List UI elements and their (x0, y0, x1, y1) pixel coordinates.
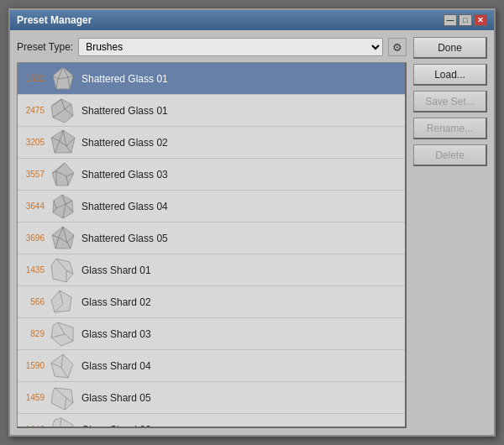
preset-list-container: 1522Shattered Glass 012475Shattered Glas… (17, 62, 407, 428)
item-number: 829 (18, 329, 48, 339)
item-label: Glass Shard 03 (78, 328, 402, 340)
title-bar-buttons: — □ ✕ (444, 14, 487, 26)
gear-button[interactable]: ⚙ (388, 38, 407, 56)
item-icon (48, 160, 78, 189)
list-item[interactable]: 3696Shattered Glass 05 (18, 222, 405, 254)
preset-type-row: Preset Type: Brushes Swatches Gradients … (17, 37, 407, 57)
window-body: Preset Type: Brushes Swatches Gradients … (10, 30, 494, 435)
item-label: Shattered Glass 03 (78, 169, 402, 181)
preset-type-select[interactable]: Brushes Swatches Gradients Styles Patter… (78, 38, 383, 56)
list-item[interactable]: 829Glass Shard 03 (18, 318, 405, 350)
done-button[interactable]: Done (413, 37, 487, 59)
preset-type-select-wrapper: Brushes Swatches Gradients Styles Patter… (78, 38, 383, 56)
item-label: Glass Shard 01 (78, 264, 402, 276)
left-panel: Preset Type: Brushes Swatches Gradients … (17, 37, 407, 428)
item-label: Glass Shard 06 (78, 424, 402, 427)
item-label: Glass Shard 02 (78, 296, 402, 308)
gear-icon: ⚙ (392, 41, 402, 54)
item-number: 1522 (18, 74, 48, 84)
item-number: 1590 (18, 361, 48, 371)
item-label: Shattered Glass 05 (78, 233, 402, 244)
title-bar: Preset Manager — □ ✕ (10, 10, 494, 30)
save-set-button[interactable]: Save Set... (413, 91, 487, 113)
preset-manager-window: Preset Manager — □ ✕ Preset Type: Brushe… (8, 8, 496, 437)
item-icon (48, 288, 78, 317)
item-number: 1459 (18, 393, 48, 403)
delete-button[interactable]: Delete (413, 144, 487, 166)
item-icon (48, 416, 78, 427)
item-icon (48, 97, 78, 125)
item-label: Shattered Glass 02 (78, 137, 402, 149)
list-item[interactable]: 1435Glass Shard 01 (18, 254, 405, 286)
svg-marker-64 (51, 418, 73, 427)
svg-marker-45 (51, 259, 73, 282)
list-item[interactable]: 3205Shattered Glass 02 (18, 127, 405, 159)
list-item[interactable]: 1459Glass Shard 05 (18, 382, 405, 414)
item-number: 3205 (18, 138, 48, 148)
load-button[interactable]: Load... (413, 64, 487, 86)
right-panel: Done Load... Save Set... Rename... Delet… (413, 37, 487, 428)
item-number: 3696 (18, 233, 48, 243)
item-icon (48, 256, 78, 285)
item-number: 1435 (18, 265, 48, 275)
item-label: Shattered Glass 04 (78, 201, 402, 212)
list-item[interactable]: 3557Shattered Glass 03 (18, 159, 405, 191)
item-icon (48, 384, 78, 412)
item-icon (48, 192, 78, 221)
item-icon (48, 224, 78, 253)
maximize-button[interactable]: □ (459, 14, 472, 26)
item-icon (48, 128, 78, 157)
item-label: Shattered Glass 01 (78, 105, 402, 117)
list-item[interactable]: 1590Glass Shard 04 (18, 350, 405, 382)
svg-marker-56 (51, 354, 73, 378)
svg-marker-37 (52, 227, 74, 249)
svg-marker-52 (51, 322, 73, 346)
preset-type-label: Preset Type: (17, 41, 73, 53)
list-item[interactable]: 3644Shattered Glass 04 (18, 191, 405, 222)
item-number: 3557 (18, 170, 48, 180)
item-number: 1646 (18, 425, 48, 427)
rename-button[interactable]: Rename... (413, 118, 487, 139)
preset-list-scroll[interactable]: 1522Shattered Glass 012475Shattered Glas… (18, 63, 405, 427)
list-item[interactable]: 1646Glass Shard 06 (18, 414, 405, 427)
list-item[interactable]: 566Glass Shard 02 (18, 286, 405, 318)
svg-marker-49 (51, 291, 71, 312)
svg-marker-60 (51, 388, 73, 410)
item-icon (48, 320, 78, 348)
item-icon (48, 65, 78, 93)
window-title: Preset Manager (17, 14, 92, 26)
item-number: 3644 (18, 202, 48, 212)
item-icon (48, 352, 78, 380)
minimize-button[interactable]: — (444, 14, 457, 26)
item-number: 2475 (18, 106, 48, 116)
item-label: Shattered Glass 01 (78, 73, 402, 85)
close-button[interactable]: ✕ (474, 14, 487, 26)
item-label: Glass Shard 05 (78, 392, 402, 404)
list-item[interactable]: 2475Shattered Glass 01 (18, 95, 405, 127)
item-label: Glass Shard 04 (78, 360, 402, 372)
item-number: 566 (18, 297, 48, 307)
list-item[interactable]: 1522Shattered Glass 01 (18, 63, 405, 95)
